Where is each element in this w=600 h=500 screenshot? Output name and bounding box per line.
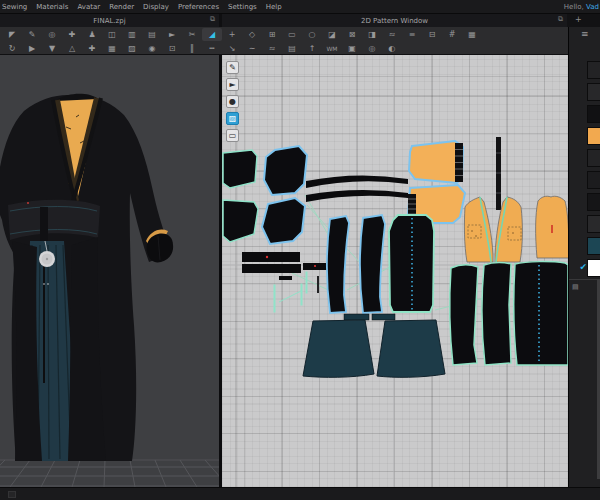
menu-sewing[interactable]: Sewing	[2, 3, 27, 11]
detach-window-icon[interactable]: ⧉	[210, 15, 215, 23]
topstitch-tool-icon[interactable]: ┅	[202, 42, 222, 55]
pattern-piece-shoulder-left-2[interactable]	[223, 200, 258, 242]
pattern-2d-canvas[interactable]	[222, 55, 568, 487]
pattern-piece-collar-strip-2[interactable]	[306, 190, 408, 202]
camera-tool-icon[interactable]: ◎	[362, 42, 382, 55]
pants-tool-icon[interactable]: ▥	[122, 28, 142, 41]
swatch-color[interactable]	[587, 127, 600, 145]
drape-tool-icon[interactable]: ▼	[42, 42, 62, 55]
garment-3d-canvas[interactable]	[0, 55, 219, 487]
flatten-triangle-tool-icon[interactable]: ◢	[202, 28, 222, 41]
select-tool-icon[interactable]: ◤	[2, 28, 22, 41]
pattern-piece-shoulder-left[interactable]	[223, 150, 257, 188]
pattern-piece-strap-thin[interactable]	[317, 276, 319, 293]
texture-tool-icon[interactable]: ▦	[462, 28, 482, 41]
viewport-3d[interactable]	[0, 55, 219, 487]
swatch-color[interactable]	[587, 171, 600, 189]
layer-tool-icon[interactable]: ≡	[402, 28, 422, 41]
tshirt-tool-icon[interactable]: ▤	[142, 28, 162, 41]
fabric-swatch-3[interactable]	[569, 105, 600, 123]
zipper-tool-icon[interactable]: ‖	[182, 42, 202, 55]
menu-help[interactable]: Help	[266, 3, 282, 11]
panel-list-icon[interactable]: ▤	[572, 283, 579, 291]
scale-tool-icon[interactable]: ▭	[226, 129, 239, 142]
transform-tool-icon[interactable]: +	[222, 28, 242, 41]
fabric-tool-icon[interactable]: ▨	[122, 42, 142, 55]
pin2-tool-icon[interactable]: ✚	[82, 42, 102, 55]
status-bar-button[interactable]	[8, 491, 16, 498]
pattern-piece-inner-sleeve-top[interactable]	[409, 141, 463, 183]
edit-pattern-tool-icon[interactable]: ✎	[226, 61, 239, 74]
pattern-piece-obi-band-1[interactable]	[242, 252, 300, 262]
swatch-color[interactable]	[587, 83, 600, 101]
measure-tool-icon[interactable]: #	[442, 28, 462, 41]
panel-menu-icon[interactable]: ≡	[581, 29, 589, 39]
fabric-swatch-2[interactable]	[569, 83, 600, 101]
pattern-piece-waistband-2[interactable]	[372, 314, 395, 320]
pattern-piece-small-band[interactable]	[303, 263, 330, 270]
pattern-2d-window[interactable]: ✎►●▨▭	[222, 55, 568, 487]
watermark-tool-icon[interactable]: WM	[322, 42, 342, 55]
swatch-color[interactable]	[587, 215, 600, 233]
pattern-piece-skirt-front[interactable]	[303, 320, 374, 377]
shirt-tool-icon[interactable]: ◫	[102, 28, 122, 41]
pattern-piece-small-bar[interactable]	[279, 276, 292, 280]
pattern-piece-coat-back[interactable]	[514, 262, 568, 365]
print-tool-icon[interactable]: ▤	[282, 42, 302, 55]
sphere-view-tool-icon[interactable]: ●	[226, 95, 239, 108]
menu-render[interactable]: Render	[109, 3, 134, 11]
fabric-swatch-teal[interactable]	[569, 237, 600, 255]
menu-avatar[interactable]: Avatar	[77, 3, 100, 11]
button-tool-icon[interactable]: ◉	[142, 42, 162, 55]
add-point-tool-icon[interactable]: ⊞	[262, 28, 282, 41]
pattern-3d-tool-icon[interactable]: △	[62, 42, 82, 55]
trace-tool-icon[interactable]: ◨	[362, 28, 382, 41]
fabric-swatch-6[interactable]	[569, 171, 600, 189]
pattern-piece-coat-panel-1[interactable]	[450, 265, 478, 365]
sync-tool-icon[interactable]: ↻	[2, 42, 22, 55]
flatten-tool-icon[interactable]: ⊟	[422, 28, 442, 41]
fabric-swatch-7[interactable]	[569, 193, 600, 211]
pattern-piece-sleeve-cap-bottom[interactable]	[262, 198, 305, 244]
scissors-tool-icon[interactable]: ✂	[182, 28, 202, 41]
pattern-piece-skirt-back[interactable]	[377, 320, 445, 377]
tack-tool-icon[interactable]: ◎	[42, 28, 62, 41]
avatar-tool-icon[interactable]: ♟	[82, 28, 102, 41]
simulate-tool-icon[interactable]: ▶	[22, 42, 42, 55]
project-tab-label[interactable]: FINAL.zpj	[93, 17, 125, 25]
swatch-color[interactable]	[587, 105, 600, 123]
buttonhole-tool-icon[interactable]: ⊡	[162, 42, 182, 55]
dart-tool-icon[interactable]: ◪	[322, 28, 342, 41]
circle-tool-icon[interactable]: ○	[302, 28, 322, 41]
fabric-swatch-selected[interactable]: ✔	[569, 259, 600, 277]
shrink-tool-icon[interactable]: ↘	[222, 42, 242, 55]
menu-preferences[interactable]: Preferences	[178, 3, 219, 11]
pattern-piece-bodice-left[interactable]	[464, 197, 493, 262]
curve-tool-icon[interactable]: ◇	[242, 28, 262, 41]
tab-3d-window[interactable]: FINAL.zpj ⧉	[0, 14, 222, 27]
texture-view-tool-icon[interactable]: ▨	[226, 112, 239, 125]
light-tool-icon[interactable]: ◐	[382, 42, 402, 55]
notch-tool-icon[interactable]: ⊠	[342, 28, 362, 41]
menu-materials[interactable]: Materials	[36, 3, 68, 11]
seam-tool-icon[interactable]: ≈	[382, 28, 402, 41]
smooth-tool-icon[interactable]: ∼	[242, 42, 262, 55]
pattern-piece-waistband-1[interactable]	[344, 314, 369, 320]
swatch-color[interactable]	[587, 259, 600, 277]
pattern-piece-strap-a[interactable]	[306, 272, 307, 293]
fabric-swatch-1[interactable]	[569, 61, 600, 79]
bake-tool-icon[interactable]: ▣	[342, 42, 362, 55]
swatch-color[interactable]	[587, 193, 600, 211]
fabric-swatch-5[interactable]	[569, 149, 600, 167]
grid-tool-icon[interactable]: ▦	[102, 42, 122, 55]
swatch-color[interactable]	[587, 149, 600, 167]
pin-tool-icon[interactable]: ✚	[62, 28, 82, 41]
arrange-tool-icon[interactable]: ►	[162, 28, 182, 41]
tab-2d-pattern-window[interactable]: 2D Pattern Window ⧉	[222, 14, 567, 27]
detach-window-icon[interactable]: ⧉	[558, 15, 563, 23]
pattern-piece-tie-strip-2[interactable]	[301, 284, 302, 305]
fabric-swatch-orange[interactable]	[569, 127, 600, 145]
export-tool-icon[interactable]: ↑	[302, 42, 322, 55]
add-tab-icon[interactable]: +	[575, 15, 582, 24]
pattern-piece-coat-panel-2[interactable]	[482, 263, 511, 365]
